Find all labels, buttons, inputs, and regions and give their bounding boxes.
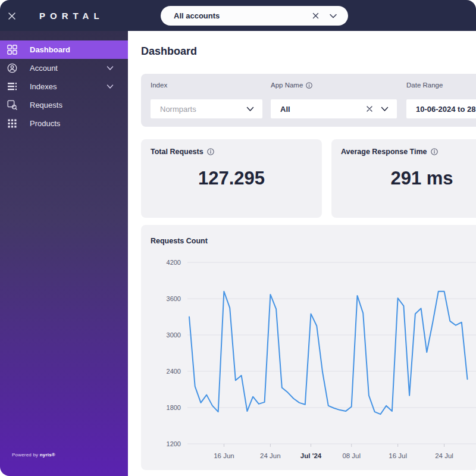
y-axis-tick: 1200: [154, 440, 181, 447]
x-axis-tick: 16 Jun: [206, 452, 242, 459]
clear-icon[interactable]: [366, 105, 373, 112]
topbar: PORTAL All accounts: [0, 0, 476, 31]
index-filter-label: Index: [151, 82, 167, 89]
account-icon: [7, 63, 17, 73]
app-name-filter-label: App Name: [271, 82, 312, 89]
account-selector-value: All accounts: [174, 11, 220, 20]
info-icon[interactable]: [431, 148, 438, 155]
index-select-value: Normparts: [160, 105, 196, 114]
avg-response-time-value: 291 ms: [331, 168, 476, 189]
powered-by: Powered by nyris®: [12, 452, 55, 458]
y-axis-tick: 3600: [154, 295, 181, 302]
sidebar-item-label: Products: [30, 119, 60, 128]
powered-by-prefix: Powered by: [12, 452, 40, 458]
chevron-down-icon[interactable]: [107, 65, 114, 71]
sidebar-item-label: Dashboard: [30, 45, 70, 54]
app-name-select[interactable]: All: [271, 99, 397, 118]
avg-response-time-label: Average Response Time: [341, 148, 438, 156]
powered-by-brand: nyris®: [40, 452, 55, 458]
sidebar-item-indexes[interactable]: Indexes: [0, 77, 128, 96]
sidebar: Dashboard Account: [0, 31, 128, 476]
x-axis-tick: Jul '24: [293, 452, 329, 459]
app-name-select-value: All: [280, 105, 290, 114]
chevron-down-icon[interactable]: [329, 12, 337, 20]
requests-count-card: Requests Count 4200360030002400180012001…: [141, 225, 476, 470]
sidebar-nav: Dashboard Account: [0, 40, 128, 133]
chart-svg: [141, 225, 476, 470]
chevron-down-icon[interactable]: [381, 106, 389, 112]
sidebar-item-requests[interactable]: Requests: [0, 96, 128, 114]
y-axis-tick: 2400: [154, 368, 181, 375]
date-range-input[interactable]: 10-06-2024 to 28-07-2024: [406, 99, 476, 118]
account-selector[interactable]: All accounts: [161, 6, 348, 26]
filter-bar: Index Normparts App Name All: [141, 74, 476, 127]
requests-count-chart: 42003600300024001800120016 Jun24 JunJul …: [141, 225, 476, 470]
sidebar-item-label: Requests: [30, 101, 62, 109]
app-window: PORTAL All accounts Dashboard: [0, 0, 476, 476]
info-icon[interactable]: [207, 148, 214, 155]
sidebar-item-account[interactable]: Account: [0, 59, 128, 77]
brand-logo: PORTAL: [39, 11, 104, 21]
x-axis-tick: 24 Jul: [427, 452, 462, 459]
requests-count-line: [189, 292, 468, 414]
total-requests-value: 127.295: [141, 168, 322, 189]
sidebar-item-label: Account: [30, 64, 58, 73]
close-icon[interactable]: [8, 12, 16, 20]
x-axis-tick: 08 Jul: [334, 452, 369, 459]
y-axis-tick: 4200: [154, 259, 181, 266]
requests-icon: [7, 100, 17, 110]
products-icon: [7, 118, 17, 129]
sidebar-item-products[interactable]: Products: [0, 114, 128, 133]
main-content: Dashboard Index Normparts App Name: [128, 31, 476, 476]
x-axis-tick: 24 Jun: [252, 452, 288, 459]
avg-response-time-card: Average Response Time 291 ms: [331, 139, 476, 218]
info-icon[interactable]: [306, 82, 312, 89]
clear-icon[interactable]: [312, 12, 320, 20]
x-axis-tick: 16 Jul: [380, 452, 416, 459]
dashboard-icon: [7, 45, 17, 55]
sidebar-item-dashboard[interactable]: Dashboard: [0, 40, 128, 59]
chevron-down-icon[interactable]: [107, 83, 114, 90]
date-range-value: 10-06-2024 to 28-07-2024: [416, 105, 476, 114]
page-title: Dashboard: [141, 45, 197, 58]
sidebar-item-label: Indexes: [30, 82, 57, 91]
total-requests-label: Total Requests: [151, 148, 214, 156]
date-range-filter-label: Date Range: [406, 82, 443, 89]
index-select[interactable]: Normparts: [151, 99, 262, 118]
total-requests-card: Total Requests 127.295: [141, 139, 322, 218]
y-axis-tick: 3000: [154, 331, 181, 339]
indexes-icon: [7, 82, 17, 92]
chevron-down-icon[interactable]: [246, 106, 254, 112]
y-axis-tick: 1800: [154, 404, 181, 411]
